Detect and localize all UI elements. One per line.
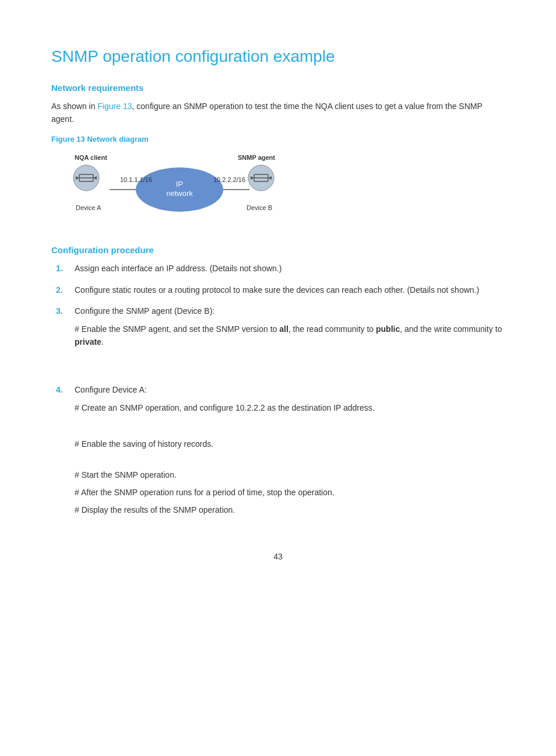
configuration-procedure-section: Configuration procedure Assign each inte… bbox=[51, 245, 505, 516]
svg-text:Device A: Device A bbox=[76, 204, 101, 211]
step-4-sub1: # Create an SNMP operation, and configur… bbox=[75, 401, 505, 414]
svg-text:SNMP agent: SNMP agent bbox=[238, 154, 275, 161]
svg-text:IP: IP bbox=[176, 180, 183, 188]
step-4-sub4: # After the SNMP operation runs for a pe… bbox=[75, 486, 505, 499]
diagram-svg-area: NQA client SNMP agent IP network 10.1.1.… bbox=[57, 152, 302, 228]
step-3-sub: # Enable the SNMP agent, and set the SNM… bbox=[75, 323, 505, 349]
intro-paragraph: As shown in Figure 13, configure an SNMP… bbox=[51, 100, 505, 126]
svg-text:Device B: Device B bbox=[247, 204, 272, 211]
network-requirements-section: Network requirements As shown in Figure … bbox=[51, 83, 505, 228]
configuration-procedure-heading: Configuration procedure bbox=[51, 245, 505, 255]
step-4-sub2: # Enable the saving of history records. bbox=[75, 438, 505, 450]
network-requirements-heading: Network requirements bbox=[51, 83, 505, 93]
step-4-sub3: # Start the SNMP operation. bbox=[75, 468, 505, 481]
svg-text:10.2.2.2/16: 10.2.2.2/16 bbox=[213, 176, 245, 183]
svg-text:network: network bbox=[166, 189, 193, 198]
step-4-main: Configure Device A: bbox=[75, 385, 147, 394]
svg-text:10.1.1.1/16: 10.1.1.1/16 bbox=[120, 176, 152, 183]
step-2: Configure static routes or a routing pro… bbox=[51, 284, 505, 296]
figure-13-link[interactable]: Figure 13 bbox=[97, 102, 132, 111]
step-3: Configure the SNMP agent (Device B): # E… bbox=[51, 304, 505, 348]
page-number: 43 bbox=[51, 552, 505, 561]
step-4-sub5: # Display the results of the SNMP operat… bbox=[75, 503, 505, 516]
svg-text:NQA client: NQA client bbox=[75, 154, 107, 161]
step-3-main: Configure the SNMP agent (Device B): bbox=[75, 306, 214, 316]
step-1-text: Assign each interface an IP address. (De… bbox=[75, 264, 281, 273]
figure-title: Figure 13 Network diagram bbox=[51, 135, 505, 144]
network-diagram: NQA client SNMP agent IP network 10.1.1.… bbox=[51, 152, 505, 228]
step-2-text: Configure static routes or a routing pro… bbox=[75, 285, 479, 295]
steps-list: Assign each interface an IP address. (De… bbox=[51, 262, 505, 516]
page-title: SNMP operation configuration example bbox=[51, 47, 505, 66]
step-1: Assign each interface an IP address. (De… bbox=[51, 262, 505, 275]
step-4: Configure Device A: # Create an SNMP ope… bbox=[51, 383, 505, 516]
